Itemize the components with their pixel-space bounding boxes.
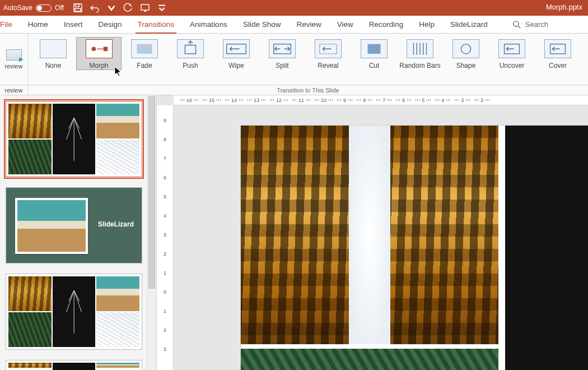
slide-thumbnail-panel[interactable]: SlideLizard [0,95,157,370]
ruler-tick: 3 [164,225,166,244]
transition-randombars[interactable]: Random Bars [397,37,443,70]
title-bar: AutoSave Off Morph.pptx [0,0,588,16]
ruler-tick: 3 [455,98,470,103]
transition-label: Cut [369,62,380,70]
preview-group-label: review [0,85,28,95]
slide-thumbnail-4[interactable] [6,360,142,370]
thumb-image [53,363,96,370]
svg-line-6 [518,26,520,28]
slide-image-green[interactable] [241,349,498,370]
shape-icon [452,39,479,58]
transition-cover[interactable]: Cover [535,37,581,70]
thumb-image [8,140,52,174]
tab-insert[interactable]: Insert [56,16,91,33]
transition-wipe[interactable]: Wipe [213,37,259,70]
slide-image-building[interactable] [241,126,498,344]
undo-dropdown-icon[interactable] [106,3,116,13]
thumb-image [15,198,88,254]
transition-label: Push [183,62,198,70]
canvas-background[interactable] [174,105,588,370]
slide-canvas[interactable] [241,126,588,370]
quick-access-toolbar [73,3,167,13]
thumbnail-scrollbar[interactable] [147,95,156,370]
tab-slideshow[interactable]: Slide Show [235,16,289,33]
autosave-label: AutoSave [3,4,32,12]
ruler-tick: 4 [164,206,166,225]
ruler-tick: 12 [270,98,288,103]
svg-rect-14 [367,44,380,54]
ribbon: review None Morph Fade [0,34,588,85]
svg-rect-9 [137,44,152,54]
transition-morph[interactable]: Morph [76,37,122,70]
scrollbar-thumb[interactable] [148,96,155,289]
tab-recording[interactable]: Recording [361,16,412,33]
svg-rect-1 [76,4,79,7]
tab-file[interactable]: File [0,16,20,33]
autosave-control[interactable]: AutoSave Off [3,4,64,12]
slide-thumbnail-2[interactable]: SlideLizard [6,187,142,263]
svg-point-5 [514,21,519,26]
transition-label: None [45,62,62,70]
tab-animations[interactable]: Animations [182,16,235,33]
tab-slidelizard[interactable]: SlideLizard [442,16,496,33]
transition-split[interactable]: Split [259,37,305,70]
ruler-tick: 4 [435,98,450,103]
transition-reveal[interactable]: Reveal [305,37,351,70]
transition-label: Shape [456,62,476,70]
vertical-ruler: 9876543210123 [157,105,174,370]
ruler-tick: 2 [164,321,166,340]
ribbon-tabs: File Home Insert Design Transitions Anim… [0,16,588,34]
uncover-icon [498,39,525,58]
preview-icon[interactable] [6,49,22,61]
undo-icon[interactable] [90,3,100,13]
ribbon-group-labels: review Transition to This Slide [0,85,588,95]
transition-label: Wipe [228,62,244,70]
transition-none[interactable]: None [30,37,76,70]
none-icon [40,39,67,58]
transition-cut[interactable]: Cut [351,37,397,70]
transition-uncover[interactable]: Uncover [489,37,535,70]
transition-fade[interactable]: Fade [122,37,167,70]
tab-help[interactable]: Help [411,16,442,33]
thumb-image [8,104,52,138]
qat-more-icon[interactable] [157,3,167,13]
svg-rect-2 [75,8,81,11]
tab-design[interactable]: Design [91,16,130,33]
ruler-tick: 10 [315,98,333,103]
ruler-tick: 5 [416,98,431,103]
preview-group[interactable]: review [0,34,28,85]
document-title: Morph.pptx [546,3,582,11]
transition-group-label: Transition to This Slide [28,85,588,95]
save-icon[interactable] [73,3,83,13]
transition-label: Split [276,62,288,70]
redo-icon[interactable] [123,3,133,13]
slide-thumbnail-1[interactable] [6,101,142,177]
slide-thumbnail-3[interactable] [6,274,142,350]
tab-review[interactable]: Review [288,16,329,33]
slide-image-black-lines[interactable] [505,126,588,370]
cut-icon [361,39,388,58]
tab-transitions[interactable]: Transitions [130,16,183,33]
tab-view[interactable]: View [329,16,361,33]
ruler-tick: 8 [164,130,166,149]
ruler-tick: 0 [164,283,166,302]
thumb-image [96,140,139,174]
transition-push[interactable]: Push [167,37,213,70]
search-input[interactable]: Search [512,16,548,33]
tab-home[interactable]: Home [20,16,56,33]
autosave-state: Off [55,4,64,12]
thumb-image [96,312,139,347]
transition-shape[interactable]: Shape [443,37,489,70]
thumb-image [53,276,96,347]
autosave-toggle-icon[interactable] [36,4,52,12]
ruler-tick: 9 [164,111,166,130]
thumb-image [8,312,52,347]
start-from-beginning-icon[interactable] [140,3,150,13]
thumb-image [96,276,139,311]
ruler-tick: 2 [164,244,166,263]
svg-rect-3 [141,4,149,10]
svg-point-20 [461,44,470,54]
ruler-tick: 15 [203,98,221,103]
wipe-icon [223,39,250,58]
ruler-tick: 6 [164,168,166,187]
